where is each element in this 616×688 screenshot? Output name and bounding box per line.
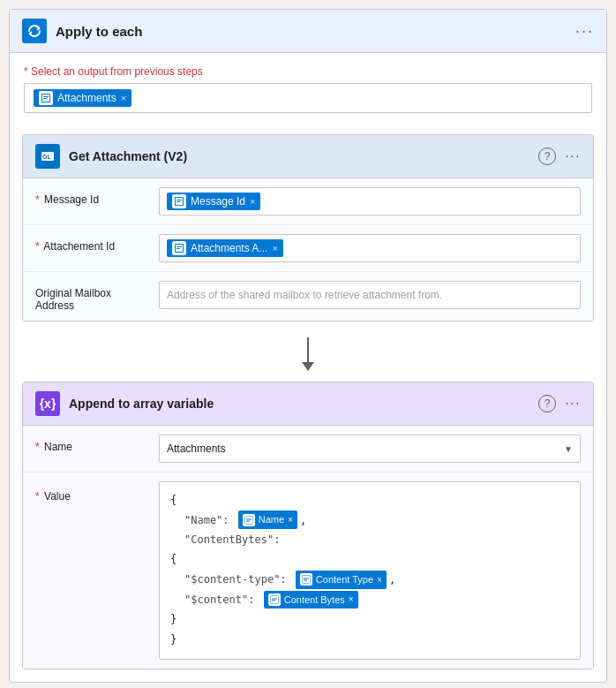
- name-token-close[interactable]: ×: [288, 512, 293, 527]
- svg-rect-17: [246, 518, 252, 519]
- append-array-header: {x} Append to array variable ? ···: [23, 382, 593, 426]
- mailbox-address-placeholder: Address of the shared mailbox to retriev…: [167, 289, 442, 301]
- attachments-token-close[interactable]: ×: [121, 93, 126, 103]
- outlook-icon: OL: [35, 144, 60, 169]
- json-line-close-outer: }: [170, 631, 569, 648]
- content-bytes-token-icon: [268, 593, 281, 606]
- json-line-contentbytes: "ContentBytes":: [170, 531, 569, 548]
- svg-rect-14: [177, 248, 180, 249]
- append-array-header-right: ? ···: [538, 395, 581, 412]
- mailbox-address-field[interactable]: Address of the shared mailbox to retriev…: [159, 281, 581, 309]
- main-container: Apply to each ··· * Select an output fro…: [9, 9, 607, 683]
- select-output-label: * Select an output from previous steps: [24, 65, 592, 78]
- get-attachment-header-left: OL Get Attachment (V2): [35, 144, 187, 169]
- arrow-shaft: [307, 337, 309, 362]
- message-id-field[interactable]: Message Id ×: [159, 187, 581, 215]
- value-label: * Value: [35, 481, 150, 503]
- apply-to-each-header: Apply to each ···: [10, 10, 606, 53]
- attachments-token[interactable]: Attachments ×: [34, 89, 131, 107]
- svg-rect-2: [43, 96, 49, 97]
- json-line-open-inner: {: [170, 550, 569, 568]
- content-bytes-token[interactable]: Content Bytes ×: [264, 591, 358, 609]
- content-bytes-token-label: Content Bytes: [284, 592, 345, 609]
- attachment-id-field[interactable]: Attachments A... ×: [159, 234, 581, 262]
- mailbox-address-row: Original Mailbox Address Address of the …: [23, 272, 593, 321]
- svg-rect-13: [177, 246, 182, 247]
- attachment-id-token-label: Attachments A...: [191, 242, 267, 254]
- json-line-content: "$content": Content Bytes ×: [170, 591, 569, 609]
- message-id-label: * Message Id: [35, 187, 150, 206]
- name-dropdown-chevron: ▼: [564, 444, 573, 454]
- get-attachment-help-icon[interactable]: ?: [538, 147, 556, 165]
- svg-rect-18: [246, 520, 250, 521]
- value-json-box[interactable]: { "Name": Name: [159, 481, 581, 660]
- select-output-input[interactable]: Attachments ×: [24, 83, 592, 113]
- content-type-token-icon: [300, 573, 312, 586]
- content-type-token-label: Content Type: [316, 571, 373, 588]
- name-value: Attachments: [167, 442, 226, 455]
- variable-icon: {x}: [35, 391, 60, 416]
- header-more-options[interactable]: ···: [575, 22, 594, 41]
- content-type-token[interactable]: Content Type ×: [296, 571, 387, 589]
- message-id-row: * Message Id Message Id ×: [23, 178, 593, 225]
- append-array-help-icon[interactable]: ?: [538, 395, 556, 412]
- apply-to-each-title: Apply to each: [56, 24, 142, 39]
- svg-rect-25: [272, 598, 277, 599]
- svg-rect-24: [271, 596, 278, 603]
- arrow-line: [302, 337, 314, 371]
- message-id-token-close[interactable]: ×: [250, 196, 255, 207]
- content-type-token-close[interactable]: ×: [377, 572, 382, 587]
- get-attachment-more-options[interactable]: ···: [565, 148, 581, 164]
- get-attachment-header-right: ? ···: [538, 147, 581, 165]
- svg-rect-10: [177, 201, 180, 202]
- name-token-icon: [243, 514, 255, 526]
- content-bytes-token-close[interactable]: ×: [349, 592, 354, 607]
- json-line-name: "Name": Name × ,: [170, 510, 569, 529]
- svg-rect-20: [303, 576, 310, 583]
- message-id-token-icon: [172, 194, 186, 208]
- attachment-id-token-icon: [172, 241, 186, 255]
- append-array-title: Append to array variable: [69, 397, 214, 411]
- value-row: * Value { "Name":: [23, 473, 593, 669]
- get-attachment-header: OL Get Attachment (V2) ? ···: [23, 135, 593, 178]
- svg-rect-21: [304, 578, 309, 579]
- svg-rect-22: [304, 580, 307, 581]
- json-line-content-type: "$content-type": Content Type ×: [170, 571, 569, 589]
- arrow-connector: [10, 330, 606, 378]
- message-id-token[interactable]: Message Id ×: [167, 193, 260, 210]
- name-dropdown[interactable]: Attachments ▼: [159, 435, 581, 463]
- select-output-section: * Select an output from previous steps A…: [10, 53, 606, 125]
- append-array-more-options[interactable]: ···: [565, 396, 581, 412]
- name-token-label: Name: [259, 511, 284, 528]
- svg-rect-16: [245, 517, 252, 524]
- svg-rect-3: [43, 98, 47, 99]
- apply-to-each-icon: [22, 19, 47, 43]
- json-line-close-inner: }: [170, 610, 569, 628]
- name-row: * Name Attachments ▼: [23, 426, 593, 473]
- attachments-token-icon: [39, 91, 53, 105]
- arrow-head: [302, 362, 314, 371]
- mailbox-address-label: Original Mailbox Address: [35, 281, 150, 312]
- append-array-header-left: {x} Append to array variable: [35, 391, 214, 416]
- svg-rect-26: [272, 600, 275, 601]
- append-array-card: {x} Append to array variable ? ··· * Nam…: [22, 382, 594, 669]
- attachment-id-label: * Attachement Id: [35, 234, 150, 253]
- message-id-token-label: Message Id: [191, 195, 245, 208]
- header-left: Apply to each: [22, 19, 142, 43]
- get-attachment-title: Get Attachment (V2): [69, 149, 187, 163]
- attachment-id-token[interactable]: Attachments A... ×: [167, 239, 283, 257]
- name-label: * Name: [35, 435, 150, 453]
- svg-rect-9: [177, 200, 182, 200]
- json-line-open-outer: {: [170, 491, 569, 509]
- attachment-id-token-close[interactable]: ×: [272, 243, 277, 253]
- svg-text:OL: OL: [42, 154, 51, 160]
- attachment-id-row: * Attachement Id Attachments A... ×: [23, 225, 593, 272]
- attachments-token-label: Attachments: [57, 92, 116, 104]
- get-attachment-card: OL Get Attachment (V2) ? ··· * Message I…: [22, 134, 594, 321]
- name-token[interactable]: Name ×: [238, 510, 297, 529]
